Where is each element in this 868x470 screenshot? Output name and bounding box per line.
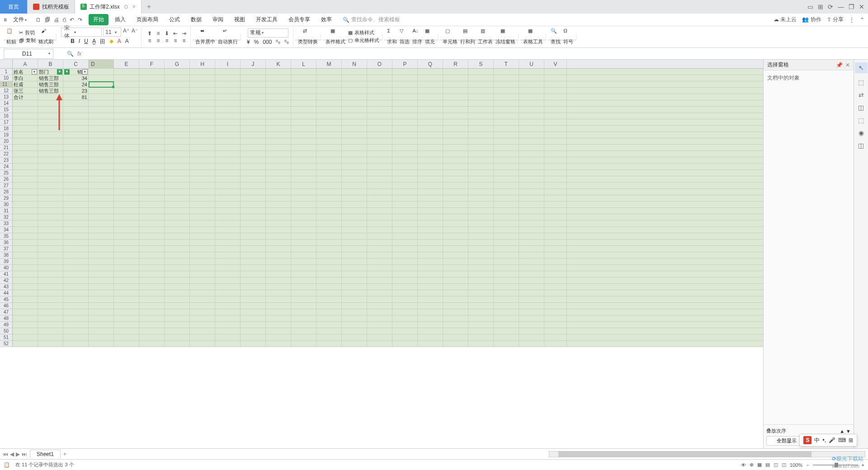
cell[interactable]	[13, 202, 38, 208]
cell[interactable]	[392, 107, 418, 113]
cell[interactable]	[13, 328, 38, 334]
cell[interactable]	[494, 271, 519, 277]
cell[interactable]	[139, 290, 165, 296]
more-icon[interactable]: ⋮	[849, 17, 854, 23]
view-icon-3[interactable]: ▤	[765, 462, 770, 468]
cell[interactable]: 销售三部	[38, 75, 63, 81]
cell[interactable]	[89, 284, 114, 290]
cell[interactable]	[367, 271, 392, 277]
cell[interactable]	[316, 138, 342, 145]
cut-button[interactable]: ✂ 剪切	[19, 29, 36, 36]
cell[interactable]	[139, 341, 165, 347]
view-icon-2[interactable]: ▦	[757, 462, 762, 468]
cell[interactable]	[342, 227, 367, 233]
cell[interactable]	[266, 322, 291, 328]
cell[interactable]	[165, 107, 190, 113]
cell[interactable]	[392, 258, 418, 265]
cell[interactable]	[165, 69, 190, 75]
cell[interactable]	[367, 88, 392, 94]
font-grow-icon[interactable]: A⁺	[123, 28, 130, 37]
cell[interactable]	[165, 119, 190, 126]
cell[interactable]	[38, 157, 63, 164]
cell[interactable]	[342, 189, 367, 195]
cell[interactable]	[266, 81, 291, 88]
cell[interactable]	[291, 202, 316, 208]
cell[interactable]	[544, 202, 567, 208]
cell[interactable]	[367, 296, 392, 303]
cell[interactable]	[13, 277, 38, 284]
sheet-button[interactable]: ▥工作表	[478, 28, 493, 45]
cell[interactable]	[367, 100, 392, 107]
cell[interactable]	[392, 100, 418, 107]
col-header[interactable]: A	[13, 60, 38, 68]
cell[interactable]	[494, 100, 519, 107]
cell[interactable]	[342, 240, 367, 246]
cell[interactable]	[367, 75, 392, 81]
cell[interactable]	[316, 170, 342, 176]
cell[interactable]	[63, 208, 89, 214]
cell[interactable]	[114, 227, 139, 233]
cell[interactable]	[89, 100, 114, 107]
cell[interactable]	[291, 69, 316, 75]
cell[interactable]	[443, 94, 468, 100]
align-center-icon[interactable]: ≡	[155, 38, 162, 44]
collab-button[interactable]: 👥 协作	[802, 16, 821, 24]
strip-icon-5[interactable]: ◉	[859, 129, 864, 136]
cell[interactable]	[63, 151, 89, 157]
cell[interactable]	[114, 271, 139, 277]
cell[interactable]	[342, 271, 367, 277]
cell[interactable]	[544, 214, 567, 221]
cell[interactable]	[519, 252, 544, 258]
cell[interactable]	[468, 164, 494, 170]
cell[interactable]	[63, 290, 89, 296]
ribbon-tab-7[interactable]: 开发工具	[251, 14, 282, 25]
cell[interactable]	[266, 284, 291, 290]
cell[interactable]	[139, 265, 165, 271]
cell[interactable]	[418, 189, 443, 195]
cell[interactable]	[342, 303, 367, 309]
cell[interactable]	[494, 75, 519, 81]
cell[interactable]	[13, 334, 38, 341]
cell[interactable]	[443, 233, 468, 240]
cell[interactable]	[139, 88, 165, 94]
ribbon-tab-9[interactable]: 效率	[316, 14, 336, 25]
cell[interactable]	[266, 126, 291, 132]
cell[interactable]	[114, 151, 139, 157]
cell[interactable]	[367, 189, 392, 195]
cell[interactable]	[139, 183, 165, 189]
name-box[interactable]: D11 ▾	[4, 49, 53, 59]
cell[interactable]	[165, 252, 190, 258]
cell[interactable]	[215, 322, 241, 328]
cell[interactable]	[215, 126, 241, 132]
cell[interactable]	[468, 309, 494, 315]
cell[interactable]	[468, 284, 494, 290]
cell[interactable]	[139, 94, 165, 100]
cell[interactable]	[544, 277, 567, 284]
cell[interactable]	[418, 145, 443, 151]
cell[interactable]	[544, 284, 567, 290]
cell[interactable]	[418, 240, 443, 246]
ribbon-tab-5[interactable]: 审阅	[208, 14, 228, 25]
cell[interactable]	[342, 88, 367, 94]
cell[interactable]	[316, 113, 342, 119]
cell[interactable]	[494, 214, 519, 221]
tab-workbook[interactable]: 工作簿2.xlsx ×	[75, 0, 142, 14]
cell[interactable]	[13, 208, 38, 214]
cell[interactable]	[165, 334, 190, 341]
row-header[interactable]: 14	[0, 100, 12, 107]
cell[interactable]	[38, 233, 63, 240]
cell[interactable]	[38, 277, 63, 284]
row-header[interactable]: 50	[0, 328, 12, 334]
cell[interactable]	[114, 240, 139, 246]
row-header[interactable]: 11	[0, 81, 12, 88]
cell[interactable]	[367, 176, 392, 183]
paste-button[interactable]: 📋粘贴	[6, 28, 16, 45]
strip-icon-1[interactable]: ⬚	[858, 79, 864, 86]
cell[interactable]	[342, 195, 367, 202]
cell[interactable]	[266, 107, 291, 113]
cell[interactable]	[418, 233, 443, 240]
cell[interactable]	[468, 157, 494, 164]
cell[interactable]	[38, 240, 63, 246]
cell[interactable]	[190, 170, 215, 176]
cell[interactable]	[114, 113, 139, 119]
